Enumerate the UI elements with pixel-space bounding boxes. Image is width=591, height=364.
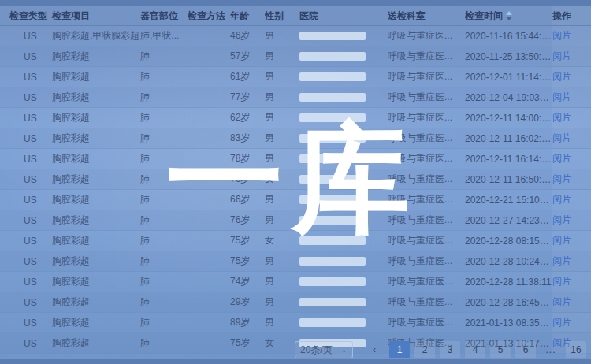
view-images-link[interactable]: 阅片 [552, 254, 571, 268]
redacted-hospital-value [299, 134, 366, 143]
cell-hospital [296, 134, 388, 143]
cell-time: 2020-12-21 15:10:33 [465, 195, 552, 206]
cell-organ: 肺 [140, 70, 188, 84]
cell-item: 胸腔彩超 [49, 152, 140, 165]
cell-organ: 肺 [140, 152, 188, 165]
table-row: US胸腔彩超肺76岁女呼吸与重症医...2020-12-11 16:50:25阅… [0, 169, 591, 190]
cell-hospital [296, 277, 388, 286]
cell-dept: 呼吸与重症医... [388, 152, 465, 165]
column-header-age: 年龄 [230, 9, 265, 23]
page-button-2[interactable]: 2 [414, 341, 435, 358]
view-images-link[interactable]: 阅片 [552, 70, 571, 84]
cell-age: 62岁 [230, 111, 265, 124]
table-row: US胸腔彩超肺29岁男呼吸与重症医...2020-12-28 16:45:18阅… [0, 292, 591, 313]
cell-item: 胸腔彩超 [49, 234, 140, 247]
cell-item: 胸腔彩超 [49, 50, 140, 63]
cell-item: 胸腔彩超 [49, 295, 140, 309]
cell-type: US [0, 277, 49, 288]
sort-desc-caret-icon[interactable] [506, 17, 512, 20]
cell-action: 阅片 [552, 26, 591, 46]
view-images-link[interactable]: 阅片 [552, 29, 571, 43]
cell-time: 2020-12-28 08:15:51 [465, 236, 552, 247]
cell-hospital [296, 93, 388, 102]
column-header-label: 医院 [299, 9, 318, 23]
cell-action: 阅片 [552, 251, 591, 271]
view-images-link[interactable]: 阅片 [552, 152, 571, 165]
view-images-link[interactable]: 阅片 [552, 275, 571, 288]
cell-type: US [0, 31, 49, 42]
cell-gender: 男 [265, 275, 296, 288]
cell-time: 2020-12-28 11:38:11 [465, 277, 552, 288]
cell-dept: 呼吸与重症医... [388, 295, 465, 309]
cell-type: US [0, 215, 49, 226]
page-button-6[interactable]: 6 [515, 341, 536, 358]
cell-dept: 呼吸与重症医... [388, 234, 465, 247]
view-images-link[interactable]: 阅片 [552, 111, 571, 124]
prev-page-button[interactable]: ‹ [364, 341, 385, 358]
cell-time: 2021-01-13 08:35:05 [465, 318, 552, 329]
cell-age: 78岁 [230, 152, 265, 165]
view-images-link[interactable]: 阅片 [552, 132, 571, 145]
column-header-label: 操作 [552, 9, 571, 23]
redacted-hospital-value [299, 318, 366, 327]
redacted-hospital-value [299, 72, 366, 81]
cell-dept: 呼吸与重症医... [388, 91, 465, 104]
view-images-link[interactable]: 阅片 [552, 50, 571, 63]
cell-gender: 女 [265, 173, 296, 186]
cell-gender: 男 [265, 111, 296, 124]
cell-age: 46岁 [230, 29, 265, 43]
cell-hospital [296, 298, 388, 306]
exam-table: 检查类型检查项目器官部位检查方法年龄性别医院送检科室检查时间操作 US胸腔彩超,… [0, 6, 591, 354]
table-row: US胸腔彩超肺78岁男呼吸与重症医...2020-12-11 16:14:49阅… [0, 149, 591, 169]
view-images-link[interactable]: 阅片 [552, 173, 571, 186]
view-images-link[interactable]: 阅片 [552, 316, 571, 329]
view-images-link[interactable]: 阅片 [552, 91, 571, 104]
view-images-link[interactable]: 阅片 [552, 193, 571, 206]
cell-time: 2020-12-27 14:23:04 [465, 215, 552, 226]
sort-asc-caret-icon[interactable] [506, 11, 512, 15]
cell-type: US [0, 256, 49, 267]
redacted-hospital-value [299, 236, 366, 245]
cell-age: 77岁 [230, 91, 265, 104]
table-row: US胸腔彩超肺83岁男呼吸与重症医...2020-12-11 16:02:05阅… [0, 128, 591, 149]
cell-action: 阅片 [552, 292, 591, 312]
page-size-select[interactable]: 20条/页 ⌄ [295, 341, 353, 358]
view-images-link[interactable]: 阅片 [552, 295, 571, 309]
redacted-hospital-value [299, 195, 366, 204]
more-pages-button[interactable]: ... [541, 341, 561, 358]
view-images-link[interactable]: 阅片 [552, 234, 571, 247]
cell-hospital [296, 195, 388, 204]
page-button-3[interactable]: 3 [440, 341, 460, 358]
cell-time: 2020-12-01 11:14:21 [465, 72, 552, 83]
cell-type: US [0, 174, 49, 185]
column-header-label: 年龄 [230, 9, 249, 23]
page-button-16[interactable]: 16 [566, 341, 586, 358]
column-header-time[interactable]: 检查时间 [465, 9, 552, 23]
cell-item: 胸腔彩超 [49, 70, 140, 84]
redacted-hospital-value [299, 257, 366, 266]
cell-action: 阅片 [552, 67, 591, 87]
table-row: US胸腔彩超肺75岁女呼吸与重症医...2020-12-28 08:15:51阅… [0, 231, 591, 251]
table-row: US胸腔彩超肺57岁男呼吸与重症医...2020-11-25 13:50:01阅… [0, 46, 591, 67]
view-images-link[interactable]: 阅片 [552, 214, 571, 227]
cell-age: 66岁 [230, 193, 265, 206]
table-row: US胸腔彩超肺77岁男呼吸与重症医...2020-12-04 19:03:24阅… [0, 87, 591, 108]
column-header-label: 器官部位 [140, 9, 178, 23]
cell-dept: 呼吸与重症医... [388, 214, 465, 227]
page-button-5[interactable]: 5 [490, 341, 511, 358]
column-header-label: 检查项目 [52, 9, 90, 23]
cell-age: 29岁 [230, 295, 265, 309]
cell-hospital [296, 318, 388, 327]
sort-carets-icon[interactable] [506, 11, 512, 20]
redacted-hospital-value [299, 175, 366, 184]
cell-organ: 肺 [140, 193, 188, 206]
cell-gender: 男 [265, 50, 296, 63]
cell-organ: 肺 [140, 234, 188, 247]
page-button-4[interactable]: 4 [465, 341, 485, 358]
page-button-1[interactable]: 1 [389, 341, 410, 358]
cell-time: 2020-12-11 16:14:49 [465, 154, 552, 165]
cell-organ: 肺 [140, 91, 188, 104]
exam-list-screen: 检查类型检查项目器官部位检查方法年龄性别医院送检科室检查时间操作 US胸腔彩超,… [0, 0, 591, 364]
cell-item: 胸腔彩超 [49, 132, 140, 145]
cell-action: 阅片 [552, 313, 591, 332]
